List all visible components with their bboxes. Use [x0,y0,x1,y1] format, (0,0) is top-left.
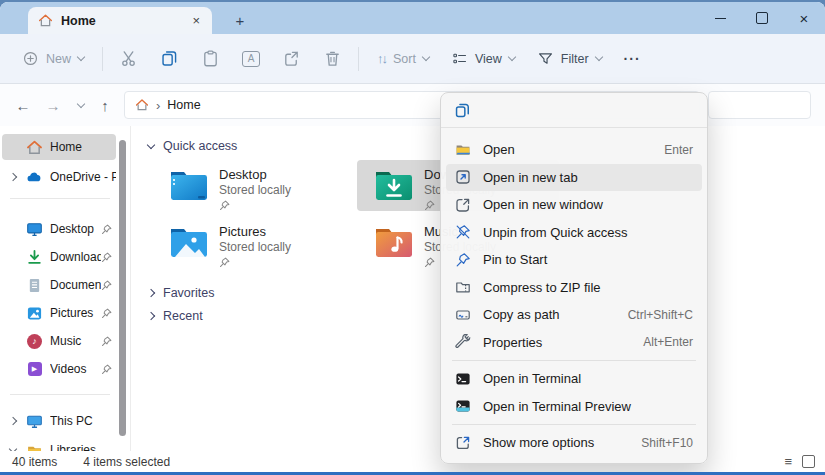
sidebar-item-label: OneDrive - Perso [50,170,116,184]
details-view-button[interactable]: ≡ [784,454,792,469]
music-icon: ♪ [26,333,43,350]
view-button[interactable]: View [443,44,523,73]
home-icon [38,13,53,28]
window-controls: × [699,2,825,34]
folder-subtitle: Stored locally [219,240,291,255]
up-button[interactable]: ↑ [92,92,118,118]
open-new-window-icon [455,197,471,213]
breadcrumb-home[interactable]: Home [167,98,200,112]
new-tab-button[interactable]: + [228,8,252,32]
recent-locations-button[interactable] [68,92,94,118]
forward-button[interactable]: → [40,92,66,118]
filter-button[interactable]: Filter [529,44,610,73]
menu-item-copy-as-path[interactable]: Copy as path Ctrl+Shift+C [446,301,702,329]
menu-item-compress-to-zip[interactable]: Compress to ZIP file [446,274,702,302]
unpin-icon [455,224,471,240]
shortcut-label: Enter [664,143,693,157]
menu-item-open-in-new-window[interactable]: Open in new window [446,191,702,219]
sidebar-item-music[interactable]: ♪ Music [2,328,116,354]
copy-button[interactable] [449,97,475,123]
sidebar-item-onedrive[interactable]: OneDrive - Perso [2,164,116,190]
sidebar-item-videos[interactable]: ▶ Videos [2,356,116,382]
copy-button[interactable] [160,49,179,68]
sidebar-item-label: Documents [50,278,101,292]
sidebar-separator [10,394,110,395]
pin-icon [101,336,112,347]
sort-button[interactable]: ↑↓ Sort [369,45,437,72]
close-button[interactable]: × [783,2,825,34]
expand-chevron-icon [147,312,155,320]
menu-item-pin-to-start[interactable]: Pin to Start [446,246,702,274]
shortcut-label: Ctrl+Shift+C [628,308,693,322]
recent-header[interactable]: Recent [148,309,203,323]
videos-icon: ▶ [26,361,43,378]
pin-icon [219,257,230,268]
copy-icon [454,102,471,119]
menu-item-open-in-terminal-preview[interactable]: Open in Terminal Preview [446,393,702,421]
menu-item-open[interactable]: Open Enter [446,136,702,164]
tab-close-button[interactable]: × [188,13,204,28]
new-button[interactable]: New [14,44,92,73]
sidebar-item-downloads[interactable]: Downloads [2,244,116,270]
large-icons-view-button[interactable] [802,455,815,468]
delete-button[interactable] [323,49,342,68]
filter-button-label: Filter [561,52,589,66]
menu-item-properties[interactable]: Properties Alt+Enter [446,329,702,357]
expand-chevron-icon[interactable] [10,174,26,180]
titlebar[interactable]: Home × + × [0,2,825,34]
menu-item-open-in-terminal[interactable]: Open in Terminal [446,365,702,393]
rename-button[interactable]: A [242,51,260,67]
items-count: 40 items [12,455,57,469]
favorites-header[interactable]: Favorites [148,286,214,300]
menu-item-show-more-options[interactable]: Show more options Shift+F10 [446,429,702,457]
sidebar-item-documents[interactable]: Documents [2,272,116,298]
view-icon [451,50,468,67]
filter-icon [537,50,554,67]
explorer-tab-home[interactable]: Home × [28,7,212,34]
command-bar: New A ↑↓ Sort View [0,34,825,84]
maximize-button[interactable] [741,2,783,34]
cut-button[interactable] [119,49,138,68]
sidebar-item-label: Home [50,140,116,154]
music-folder-icon [373,224,415,260]
sort-arrows-icon: ↑↓ [377,51,386,66]
search-input[interactable] [708,91,811,119]
file-explorer-window: Home × + × New A [0,2,825,475]
minimize-button[interactable] [699,2,741,34]
folder-tile-desktop[interactable]: Desktop Stored locally [152,160,354,211]
open-folder-icon [455,142,471,158]
sidebar-item-this-pc[interactable]: This PC [2,408,116,434]
chevron-down-icon [594,53,602,61]
tab-title: Home [61,14,180,28]
desktop-icon [26,221,43,238]
chevron-down-icon [508,53,516,61]
pictures-icon [26,305,43,322]
sidebar-item-desktop[interactable]: Desktop [2,216,116,242]
sidebar-item-pictures[interactable]: Pictures [2,300,116,326]
downloads-icon [26,249,43,266]
sidebar-separator [10,198,110,199]
sidebar-item-label: Music [50,334,101,348]
share-button[interactable] [282,49,301,68]
back-button[interactable]: ← [10,92,36,118]
sidebar-item-label: Desktop [50,222,101,236]
home-icon [26,139,43,156]
section-label: Recent [163,309,203,323]
pin-icon [101,308,112,319]
quick-access-header[interactable]: Quick access [148,139,237,153]
menu-item-open-in-new-tab[interactable]: Open in new tab [446,164,702,192]
see-more-button[interactable]: ··· [616,45,649,73]
paste-button[interactable] [201,49,220,68]
expand-chevron-icon[interactable] [10,418,26,424]
sidebar-scrollbar[interactable] [119,140,126,436]
desktop-folder-icon [168,167,210,203]
home-icon [135,98,149,112]
minimize-icon [715,18,726,19]
open-new-tab-icon [455,169,471,185]
pin-icon [101,224,112,235]
pin-icon [101,280,112,291]
sidebar-item-home[interactable]: Home [2,134,116,160]
folder-tile-pictures[interactable]: Pictures Stored locally [152,217,354,268]
menu-item-unpin-from-quick-access[interactable]: Unpin from Quick access [446,219,702,247]
pin-icon [101,364,112,375]
